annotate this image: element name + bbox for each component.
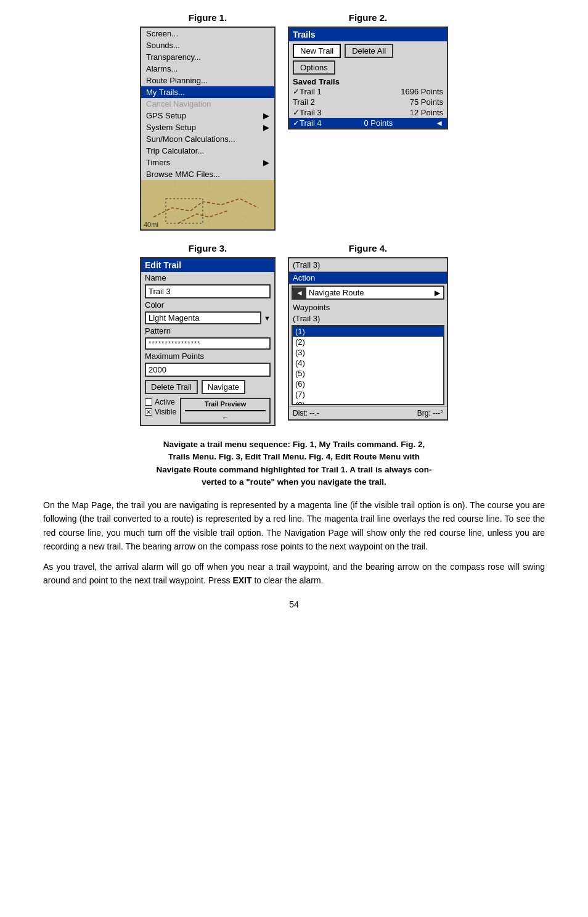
menu-screen[interactable]: Screen... (141, 28, 274, 39)
menu-browse-mmc[interactable]: Browse MMC Files... (141, 168, 274, 180)
nav-right-arrow-icon: ▶ (431, 287, 443, 298)
figure-3: Figure 3. Edit Trail Name Trail 3 Color … (140, 243, 276, 426)
menu-cancel-navigation: Cancel Navigation (141, 98, 274, 110)
max-points-label: Maximum Points (141, 350, 274, 362)
menu-transparency[interactable]: Transparency... (141, 51, 274, 63)
name-label: Name (141, 272, 274, 284)
figure-1: Figure 1. Screen... Sounds... Transparen… (140, 12, 276, 231)
menu-alarms[interactable]: Alarms... (141, 63, 274, 75)
waypoints-trail-label: (Trail 3) (289, 313, 447, 324)
route-action-label: Action (289, 272, 447, 284)
trail-2-points: 75 Points (410, 97, 443, 107)
dist-label: Dist: --.- (293, 409, 319, 417)
trail-preview-label: Trail Preview (185, 400, 266, 408)
waypoint-4[interactable]: (4) (293, 358, 443, 368)
navigate-route-row[interactable]: ◄ Navigate Route ▶ (292, 286, 444, 300)
edit-trail-header: Edit Trail (141, 258, 274, 272)
options-button[interactable]: Options (293, 60, 335, 75)
waypoint-6[interactable]: (6) (293, 379, 443, 389)
waypoint-5[interactable]: (5) (293, 368, 443, 379)
menu-sounds[interactable]: Sounds... (141, 39, 274, 51)
trails-buttons-row: New Trail Delete All (289, 41, 447, 60)
color-row: Light Magenta ▼ (145, 311, 271, 324)
menu-my-trails[interactable]: My Trails... (141, 86, 274, 98)
paragraph-1: On the Map Page, the trail you are navig… (43, 498, 545, 554)
trail-name-input[interactable]: Trail 3 (145, 284, 271, 298)
figure-2-label: Figure 2. (349, 12, 388, 23)
trail-3-points: 12 Points (410, 108, 443, 117)
pattern-label: Pattern (141, 325, 274, 337)
menu-gps-setup[interactable]: GPS Setup ▶ (141, 110, 274, 121)
waypoints-list[interactable]: (1) (2) (3) (4) (5) (6) (7) (8) (9) (10) (292, 325, 444, 405)
preview-arrow-icon: ← (185, 414, 266, 421)
trail-1-points: 1696 Points (401, 87, 443, 96)
brg-label: Brg: ---° (417, 409, 443, 417)
trail-2-name: Trail 2 (293, 97, 315, 107)
waypoint-1[interactable]: (1) (293, 326, 443, 337)
figure-2: Figure 2. Trails New Trail Delete All Op… (288, 12, 448, 231)
visible-checkbox[interactable] (145, 408, 152, 416)
delete-all-button[interactable]: Delete All (345, 44, 393, 58)
figure-1-label: Figure 1. (189, 12, 227, 23)
timers-arrow-icon: ▶ (263, 158, 269, 167)
trail-row-4[interactable]: ✓Trail 4 0 Points ◄ (289, 118, 447, 128)
trails-header: Trails (289, 28, 447, 41)
trail-row-1[interactable]: ✓Trail 1 1696 Points (289, 86, 447, 97)
system-setup-arrow-icon: ▶ (263, 123, 269, 132)
nav-triangle-icon: ◄ (293, 287, 306, 298)
saved-trails-label: Saved Trails (289, 77, 447, 86)
delete-trail-button[interactable]: Delete Trail (145, 380, 198, 394)
menu-trip-calc[interactable]: Trip Calculator... (141, 145, 274, 157)
color-label: Color (141, 299, 274, 311)
figure-3-label: Figure 3. (189, 243, 227, 253)
trail-preview-box: Trail Preview ← (180, 398, 271, 424)
waypoint-7[interactable]: (7) (293, 389, 443, 400)
waypoint-3[interactable]: (3) (293, 347, 443, 358)
pattern-input[interactable]: **************** (145, 337, 271, 350)
map-preview: 40mi (141, 180, 274, 229)
waypoints-label: Waypoints (289, 302, 447, 313)
menu-sun-moon[interactable]: Sun/Moon Calculations... (141, 133, 274, 145)
trail-3-name: ✓Trail 3 (293, 108, 322, 117)
waypoint-8[interactable]: (8) (293, 400, 443, 405)
navigate-button[interactable]: Navigate (202, 380, 245, 394)
route-footer: Dist: --.- Brg: ---° (289, 406, 447, 419)
active-label: Active (155, 398, 175, 406)
trail-1-name: ✓Trail 1 (293, 87, 322, 96)
trail-4-arrow-icon: ◄ (435, 118, 443, 128)
visible-checkbox-row[interactable]: Visible (145, 408, 176, 416)
figure-1-menu: Screen... Sounds... Transparency... Alar… (140, 27, 276, 231)
edit-trail-buttons: Delete Trail Navigate (141, 377, 274, 397)
waypoint-2[interactable]: (2) (293, 337, 443, 347)
trail-4-name: ✓Trail 4 (293, 118, 322, 128)
map-scale-label: 40mi (144, 221, 158, 228)
menu-timers[interactable]: Timers ▶ (141, 157, 274, 168)
figure-caption: Navigate a trail menu sequence: Fig. 1, … (49, 438, 539, 488)
color-select[interactable]: Light Magenta (145, 311, 261, 324)
route-title: (Trail 3) (289, 258, 447, 272)
figure-2-trails: Trails New Trail Delete All Options Save… (288, 27, 448, 130)
trail-4-points: 0 Points (364, 118, 393, 128)
body-text: On the Map Page, the trail you are navig… (43, 498, 545, 587)
checkbox-area: Active Visible (145, 398, 176, 416)
trail-row-3[interactable]: ✓Trail 3 12 Points (289, 107, 447, 118)
color-dropdown-icon[interactable]: ▼ (264, 315, 271, 322)
navigate-route-text: Navigate Route (306, 287, 431, 298)
max-points-input[interactable]: 2000 (145, 363, 271, 377)
visible-label: Visible (155, 408, 176, 416)
figure-3-edit-trail: Edit Trail Name Trail 3 Color Light Mage… (140, 257, 276, 426)
trail-row-2[interactable]: Trail 2 75 Points (289, 97, 447, 107)
new-trail-button[interactable]: New Trail (293, 44, 341, 58)
preview-line (185, 410, 266, 411)
active-checkbox[interactable] (145, 398, 152, 406)
map-svg (141, 180, 274, 229)
paragraph-2: As you travel, the arrival alarm will go… (43, 560, 545, 588)
figure-4-route: (Trail 3) Action ◄ Navigate Route ▶ Wayp… (288, 257, 448, 421)
active-checkbox-row[interactable]: Active (145, 398, 176, 406)
page-number: 54 (25, 599, 563, 609)
trail-preview-section: Active Visible Trail Preview ← (141, 397, 274, 425)
figure-4-label: Figure 4. (349, 243, 388, 253)
gps-setup-arrow-icon: ▶ (263, 111, 269, 120)
menu-route-planning[interactable]: Route Planning... (141, 75, 274, 86)
menu-system-setup[interactable]: System Setup ▶ (141, 121, 274, 133)
